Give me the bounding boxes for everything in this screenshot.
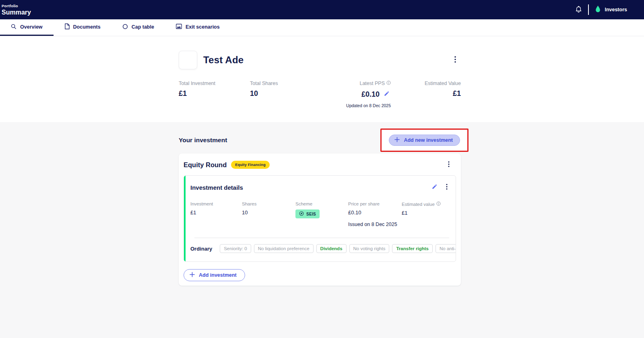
edit-investment-button[interactable] (430, 182, 439, 192)
round-kebab-menu-button[interactable] (446, 160, 451, 170)
droplet-icon (594, 5, 601, 15)
leaf-circle-icon (299, 211, 304, 217)
tab-overview[interactable]: Overview (0, 19, 54, 36)
round-type-badge: Equity Financing (231, 161, 270, 169)
kebab-menu-icon (448, 161, 450, 168)
plus-icon (190, 272, 195, 278)
page-heading: Portfolio Summary (2, 4, 31, 16)
field-value: £0.10 (348, 209, 361, 216)
stat-label: Latest PPS (359, 81, 385, 86)
chip-transfer-rights: Transfer rights (392, 244, 433, 253)
portfolio-stats: Total Investment £1 Total Shares 10 Late… (179, 81, 461, 108)
stat-label: Estimated Value (425, 81, 461, 86)
field-label: Estimated value (402, 202, 435, 207)
chip-dividends: Dividends (316, 244, 347, 253)
kebab-menu-icon (446, 184, 448, 191)
stat-latest-pps: Latest PPS £0.10 Updated on 8 Dec 2025 (347, 81, 391, 108)
document-icon (64, 23, 70, 31)
share-class-row: Ordinary Seniority: 0 No liquidation pre… (190, 244, 449, 253)
kebab-menu-icon (454, 56, 456, 64)
investors-menu[interactable]: Investors (594, 5, 627, 15)
tab-label: Cap table (132, 24, 154, 30)
avatar (179, 51, 197, 69)
chip-voting-rights: No voting rights (349, 244, 390, 253)
section-title: Your investment (179, 137, 227, 144)
profile-section: Test Ade Total Investment £1 Total Share… (0, 36, 644, 122)
pencil-edit-icon (384, 91, 390, 98)
add-investment-button[interactable]: Add investment (184, 269, 245, 281)
field-value: £1 (402, 210, 407, 216)
top-bar: Portfolio Summary Investors (0, 0, 644, 19)
tab-cap-table[interactable]: Cap table (111, 19, 165, 36)
field-label: Investment (190, 201, 213, 206)
stat-value: £1 (453, 89, 461, 98)
panel-title: Investment details (190, 184, 243, 191)
add-investment-label: Add investment (199, 272, 237, 278)
investment-section: Your investment Add new investment Equit… (0, 122, 644, 338)
breadcrumb: Portfolio (2, 4, 31, 8)
field-shares: Shares 10 (242, 201, 295, 227)
stat-total-investment: Total Investment £1 (179, 81, 250, 108)
field-value: £1 (190, 209, 196, 216)
field-label: Scheme (295, 201, 312, 206)
share-class-chips: Seniority: 0 No liquidation preference D… (220, 244, 456, 253)
add-new-investment-button[interactable]: Add new investment (389, 135, 460, 146)
notifications-button[interactable] (575, 5, 582, 14)
issued-date-note: Issued on 8 Dec 2025 (348, 222, 397, 227)
scheme-label: SEIS (306, 212, 316, 216)
field-estimated-value: Estimated value £1 (402, 201, 449, 227)
info-icon[interactable] (386, 81, 391, 86)
scheme-badge: SEIS (295, 209, 320, 218)
field-investment: Investment £1 (190, 201, 242, 227)
equity-round-card: Equity Round Equity Financing Investment… (179, 153, 461, 286)
field-scheme: Scheme SEIS (295, 201, 348, 227)
chip-seniority: Seniority: 0 (220, 244, 251, 253)
field-label: Shares (242, 201, 256, 206)
field-label: Price per share (348, 201, 380, 206)
tab-label: Overview (20, 24, 43, 30)
circle-icon (122, 24, 128, 31)
pencil-edit-icon (431, 184, 438, 191)
tab-label: Exit scenarios (186, 24, 220, 30)
page-title: Summary (2, 9, 31, 16)
field-value: 10 (242, 209, 248, 216)
plus-icon (394, 137, 400, 143)
stat-value: 10 (250, 89, 347, 98)
stat-estimated-value: Estimated Value £1 (391, 81, 461, 108)
share-class-name: Ordinary (190, 246, 212, 252)
tab-label: Documents (73, 24, 101, 30)
tab-exit-scenarios[interactable]: Exit scenarios (165, 19, 231, 36)
edit-pps-button[interactable] (382, 89, 391, 99)
bell-icon (575, 5, 582, 14)
field-price-per-share: Price per share £0.10 Issued on 8 Dec 20… (348, 201, 402, 227)
tab-bar: Overview Documents Cap table Exit scenar… (0, 19, 644, 36)
round-title: Equity Round (184, 161, 227, 169)
topbar-divider (588, 4, 589, 15)
stat-value: £0.10 (361, 90, 380, 99)
investor-name: Test Ade (203, 54, 244, 66)
pps-updated-note: Updated on 8 Dec 2025 (346, 103, 391, 108)
chip-anti-dilution: No anti-dilution (436, 244, 456, 253)
profile-kebab-menu-button[interactable] (453, 54, 458, 66)
stat-label: Total Investment (179, 81, 250, 86)
add-new-investment-label: Add new investment (404, 137, 453, 143)
annotation-highlight-box: Add new investment (380, 129, 469, 152)
area-chart-icon (176, 24, 182, 30)
stat-total-shares: Total Shares 10 (250, 81, 347, 108)
chip-liquidation-preference: No liquidation preference (254, 244, 314, 253)
investment-details-panel: Investment details (184, 175, 456, 262)
stat-value: £1 (179, 89, 250, 98)
investment-fields: Investment £1 Shares 10 Scheme SEI (190, 201, 449, 227)
stat-label: Total Shares (250, 81, 347, 86)
info-icon[interactable] (436, 201, 441, 207)
panel-divider (194, 238, 449, 238)
investment-kebab-menu-button[interactable] (444, 182, 449, 193)
investors-label: Investors (605, 7, 627, 12)
tab-documents[interactable]: Documents (54, 19, 111, 36)
search-icon (11, 24, 17, 31)
